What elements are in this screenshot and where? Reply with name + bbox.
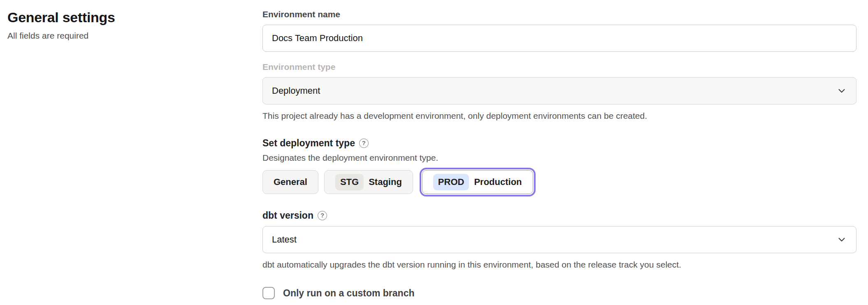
deployment-type-production-button[interactable]: PROD Production bbox=[422, 170, 533, 194]
deployment-type-description: Designates the deployment environment ty… bbox=[262, 153, 856, 163]
production-badge: PROD bbox=[433, 174, 469, 190]
custom-branch-row: Only run on a custom branch bbox=[262, 287, 856, 299]
dbt-version-heading: dbt version ? bbox=[262, 210, 856, 221]
dbt-version-helper: dbt automatically upgrades the dbt versi… bbox=[262, 260, 856, 270]
environment-type-helper: This project already has a development e… bbox=[262, 111, 856, 121]
environment-type-value: Deployment bbox=[272, 85, 320, 96]
general-settings-form: Environment name Environment type Deploy… bbox=[262, 9, 856, 299]
deployment-type-general-button[interactable]: General bbox=[262, 170, 318, 194]
custom-branch-checkbox[interactable] bbox=[262, 287, 275, 299]
settings-intro: General settings All fields are required bbox=[7, 10, 238, 41]
page-subtitle: All fields are required bbox=[7, 31, 238, 41]
environment-name-label: Environment name bbox=[262, 9, 856, 20]
help-icon[interactable]: ? bbox=[359, 139, 369, 148]
environment-name-input[interactable] bbox=[262, 25, 856, 52]
deployment-type-production-label: Production bbox=[474, 177, 522, 187]
deployment-type-options: General STG Staging PROD Production bbox=[262, 170, 856, 194]
chevron-down-icon bbox=[836, 234, 847, 245]
staging-badge: STG bbox=[335, 174, 364, 190]
environment-type-select: Deployment bbox=[262, 77, 856, 104]
deployment-type-staging-label: Staging bbox=[369, 177, 402, 187]
deployment-type-general-label: General bbox=[274, 177, 307, 187]
deployment-type-heading-text: Set deployment type bbox=[262, 137, 355, 149]
help-icon[interactable]: ? bbox=[318, 211, 327, 220]
dbt-version-heading-text: dbt version bbox=[262, 210, 313, 221]
dbt-version-value: Latest bbox=[272, 234, 297, 245]
chevron-down-icon bbox=[836, 85, 847, 96]
environment-type-label: Environment type bbox=[262, 62, 856, 72]
deployment-type-staging-button[interactable]: STG Staging bbox=[324, 170, 413, 194]
custom-branch-label: Only run on a custom branch bbox=[283, 288, 414, 299]
page-title: General settings bbox=[7, 10, 238, 25]
dbt-version-select[interactable]: Latest bbox=[262, 226, 856, 253]
deployment-type-heading: Set deployment type ? bbox=[262, 137, 856, 149]
